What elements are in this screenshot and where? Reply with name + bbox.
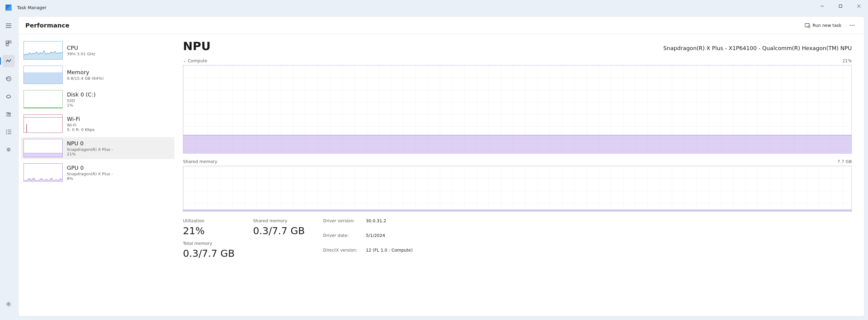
run-new-task-button[interactable]: Run new task <box>802 21 844 30</box>
resource-label: NPU 0 <box>67 140 113 147</box>
disk-thumb <box>24 90 63 108</box>
stats-row: Utilization 21% Total memory 0.3/7.7 GB … <box>183 218 852 259</box>
memory-thumb <box>24 66 63 84</box>
cpu-sparkline <box>24 41 63 60</box>
kv-key: Driver version: <box>323 218 357 230</box>
resource-sub: 39% 3.01 GHz <box>67 52 95 56</box>
svg-point-11 <box>7 113 8 114</box>
run-task-icon <box>805 23 810 28</box>
stat-label: Shared memory <box>253 218 305 223</box>
minimize-button[interactable] <box>813 0 831 12</box>
nav-users[interactable] <box>2 108 15 120</box>
titlebar: Task Manager <box>0 0 868 15</box>
resource-label: Disk 0 (C:) <box>67 91 96 98</box>
nav-rail <box>0 15 17 320</box>
main-card: Performance Run new task <box>18 17 864 316</box>
resource-item-gpu[interactable]: GPU 0 Snapdragon(R) X Plus - 8% <box>21 162 175 184</box>
more-button[interactable] <box>847 23 857 28</box>
detail-title: NPU <box>183 39 211 53</box>
app-title: Task Manager <box>17 5 46 10</box>
svg-point-13 <box>6 130 7 130</box>
resource-item-cpu[interactable]: CPU 39% 3.01 GHz <box>21 39 175 61</box>
stat-label: Utilization <box>183 218 235 223</box>
close-button[interactable] <box>850 0 868 12</box>
resource-label: Wi-Fi <box>67 116 95 122</box>
services-icon <box>6 147 11 152</box>
svg-rect-1 <box>839 5 842 8</box>
resource-sub2: S: 0 R: 0 Kbps <box>67 127 95 132</box>
compute-chart[interactable] <box>183 65 852 154</box>
resource-label: GPU 0 <box>67 165 113 171</box>
maximize-icon <box>839 4 842 8</box>
app-icon <box>5 5 11 11</box>
detail-pane: NPU Snapdragon(R) X Plus - X1P64100 - Qu… <box>177 34 864 316</box>
compute-scale: 21% <box>842 58 852 63</box>
more-icon <box>849 25 855 26</box>
resource-sub2: 8% <box>67 176 113 181</box>
history-icon <box>6 76 11 82</box>
nav-processes[interactable] <box>2 37 15 50</box>
window-controls <box>813 0 868 12</box>
resource-sub: Snapdragon(R) X Plus - <box>67 147 113 152</box>
kv-value: 30.0.31.2 <box>366 218 413 230</box>
resource-item-npu[interactable]: NPU 0 Snapdragon(R) X Plus - 21% <box>21 137 175 159</box>
driver-info-table: Driver version: 30.0.31.2 Driver date: 5… <box>323 218 413 259</box>
svg-point-17 <box>6 133 7 134</box>
stat-value: 0.3/7.7 GB <box>183 248 235 259</box>
processes-icon <box>6 41 11 46</box>
compute-label: Compute <box>188 58 207 63</box>
performance-icon <box>6 58 11 64</box>
compute-chart-block: ⌄ Compute 21% <box>183 58 852 154</box>
kv-key: DirectX version: <box>323 248 357 259</box>
chevron-down-icon[interactable]: ⌄ <box>183 59 186 63</box>
npu-thumb <box>24 139 63 157</box>
shared-memory-label: Shared memory <box>183 159 217 164</box>
resource-sub: Wi-Fi <box>67 123 95 127</box>
svg-point-26 <box>852 25 853 26</box>
nav-hamburger[interactable] <box>2 20 15 32</box>
svg-rect-8 <box>9 41 11 43</box>
svg-point-27 <box>854 25 855 26</box>
resource-label: Memory <box>67 69 103 75</box>
nav-app-history[interactable] <box>2 73 15 85</box>
run-new-task-label: Run new task <box>813 23 841 28</box>
svg-rect-7 <box>6 41 8 43</box>
resource-list: CPU 39% 3.01 GHz Memory 9.8/15.4 GB (64%… <box>19 34 177 316</box>
svg-point-19 <box>8 149 9 151</box>
kv-value: 5/1/2024 <box>366 233 413 245</box>
minimize-icon <box>820 4 824 8</box>
kv-value: 12 (FL 1.0 : Compute) <box>366 248 413 259</box>
svg-point-15 <box>6 132 7 132</box>
nav-performance[interactable] <box>2 55 15 67</box>
details-icon <box>6 129 11 134</box>
stat-shared-memory: Shared memory 0.3/7.7 GB <box>253 218 305 259</box>
nav-settings[interactable] <box>2 298 15 310</box>
gpu-thumb <box>24 163 63 182</box>
wifi-thumb <box>24 115 63 133</box>
resource-sub: SSD <box>67 98 96 103</box>
shared-memory-chart[interactable] <box>183 166 852 212</box>
resource-sub2: 21% <box>67 152 113 156</box>
maximize-button[interactable] <box>831 0 850 12</box>
hamburger-icon <box>6 24 11 28</box>
resource-item-disk[interactable]: Disk 0 (C:) SSD 1% <box>21 88 175 110</box>
page-header: Performance Run new task <box>19 17 864 34</box>
users-icon <box>5 111 11 117</box>
nav-details[interactable] <box>2 126 15 138</box>
resource-item-wifi[interactable]: Wi-Fi Wi-Fi S: 0 R: 0 Kbps <box>21 113 175 135</box>
resource-item-memory[interactable]: Memory 9.8/15.4 GB (64%) <box>21 64 175 86</box>
gpu-sparkline <box>24 163 63 181</box>
nav-startup[interactable] <box>2 90 15 103</box>
stat-value: 0.3/7.7 GB <box>253 225 305 237</box>
resource-sub2: 1% <box>67 103 96 107</box>
stat-value: 21% <box>183 225 235 237</box>
stat-label: Total memory <box>183 241 235 246</box>
page-title: Performance <box>25 22 69 29</box>
shared-memory-chart-block: Shared memory 7.7 GB <box>183 159 852 212</box>
shared-memory-scale: 7.7 GB <box>837 159 852 164</box>
svg-point-20 <box>8 303 9 305</box>
nav-services[interactable] <box>2 143 15 156</box>
stat-utilization: Utilization 21% <box>183 218 235 237</box>
kv-key: Driver date: <box>323 233 357 245</box>
gear-icon <box>6 301 11 307</box>
